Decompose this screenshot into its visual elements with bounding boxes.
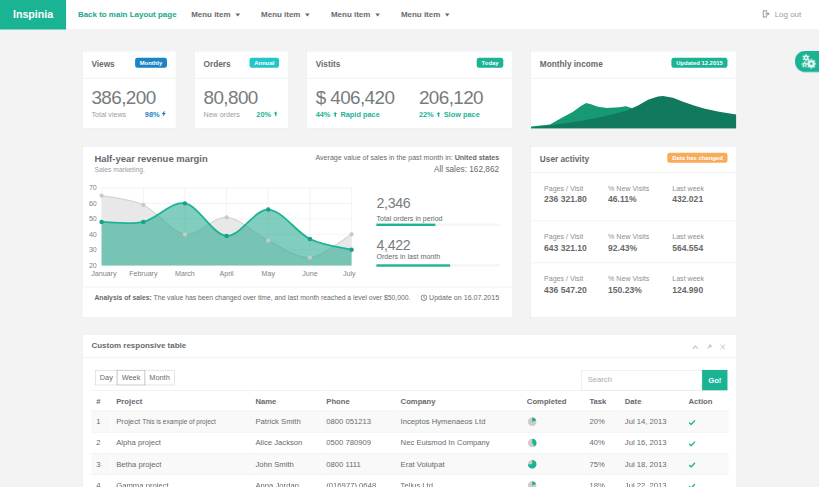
- svg-text:June: June: [302, 270, 317, 278]
- svg-text:40: 40: [89, 231, 97, 239]
- svg-text:April: April: [220, 270, 235, 278]
- svg-text:30: 30: [89, 246, 97, 254]
- svg-text:May: May: [262, 270, 276, 278]
- svg-text:March: March: [175, 270, 195, 278]
- svg-text:February: February: [129, 270, 158, 278]
- svg-text:January: January: [91, 270, 117, 278]
- svg-text:60: 60: [89, 200, 97, 208]
- svg-text:July: July: [343, 270, 356, 278]
- svg-text:70: 70: [89, 184, 97, 192]
- svg-text:50: 50: [89, 215, 97, 223]
